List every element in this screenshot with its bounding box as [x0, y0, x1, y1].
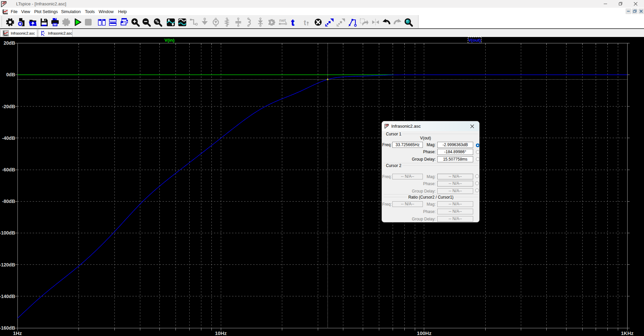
svg-text:-80dB: -80dB [2, 199, 15, 204]
svg-text:V(in): V(in) [164, 38, 175, 43]
svg-text:100Hz: 100Hz [417, 330, 431, 336]
svg-text:-140dB: -140dB [0, 294, 15, 299]
svg-text:1KHz: 1KHz [621, 330, 634, 336]
svg-text:net: net [279, 18, 286, 23]
svg-text:-160dB: -160dB [0, 325, 15, 331]
svg-text:-40dB: -40dB [2, 135, 15, 141]
svg-text:-60dB: -60dB [2, 167, 15, 172]
svg-text:-120dB: -120dB [0, 262, 15, 267]
svg-text:t: t [304, 18, 306, 27]
svg-text:V(out): V(out) [468, 38, 481, 43]
svg-text:-100dB: -100dB [0, 230, 15, 236]
svg-text:t: t [291, 17, 294, 27]
svg-text:1Hz: 1Hz [13, 330, 22, 336]
svg-text:0dB: 0dB [6, 72, 15, 77]
svg-text:-20dB: -20dB [2, 104, 15, 109]
svg-text:10Hz: 10Hz [215, 330, 227, 336]
svg-text:20dB: 20dB [4, 40, 15, 46]
